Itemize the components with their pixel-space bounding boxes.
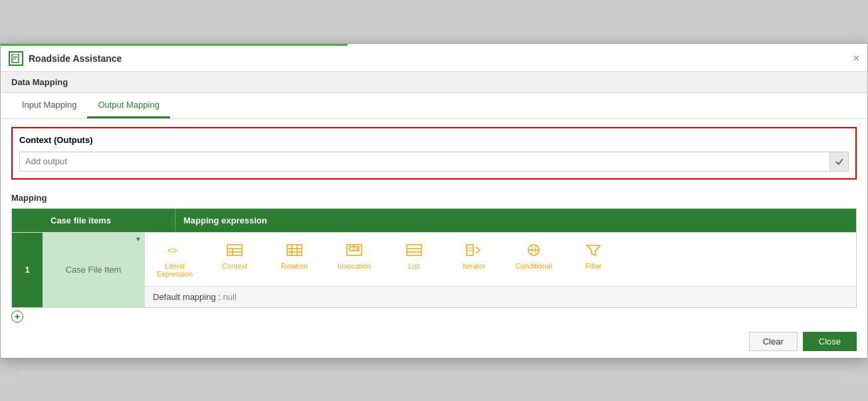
conditional-label: Conditional [515,262,552,270]
close-button[interactable]: Close [803,332,857,351]
mapping-header-expression: Mapping expression [175,209,856,232]
conditional-button[interactable]: Conditional [504,238,564,281]
svg-text:<>: <> [167,245,177,255]
list-button[interactable]: List [384,238,444,281]
invocation-button[interactable]: fx Invocation [324,238,384,281]
iterator-label: Iterator [463,262,486,270]
svg-rect-17 [407,245,421,255]
svg-rect-9 [287,245,302,255]
literal-expression-label: LiteralExpression [157,262,193,278]
section-header: Data Mapping [1,72,867,93]
svg-rect-20 [467,245,473,255]
filter-button[interactable]: Filter [564,238,623,281]
mapping-header-case-file: Case file items [43,209,175,232]
dialog-title: Roadside Assistance [29,53,122,64]
title-icon [9,51,23,66]
filter-icon [584,241,603,259]
row-name: Case File Item ▼ [43,233,145,307]
context-title: Context (Outputs) [19,135,849,145]
dropdown-arrow-icon[interactable]: ▼ [135,235,142,243]
titlebar: Roadside Assistance × [1,46,867,72]
row-expression-cell: <> LiteralExpression [145,233,856,307]
tabs-bar: Input Mapping Output Mapping [1,93,867,119]
add-row-bar: + [1,308,867,325]
close-icon[interactable]: × [853,53,859,65]
row-number: 1 [12,233,43,307]
add-output-row [19,152,849,172]
mapping-table: Case file items Mapping expression 1 Cas… [11,208,857,308]
invocation-icon: fx [345,241,364,259]
default-mapping-row: Default mapping : null [145,287,856,307]
mapping-section-title: Mapping [1,188,867,208]
add-output-input[interactable] [20,152,829,170]
conditional-icon [524,241,543,259]
context-label: Context [222,262,247,270]
add-output-check-button[interactable] [829,152,848,171]
relation-label: Relation [281,262,308,270]
iterator-button[interactable]: Iterator [444,238,504,281]
expression-icons-row: <> LiteralExpression [145,233,856,287]
add-row-button[interactable]: + [11,311,23,323]
literal-expression-button[interactable]: <> LiteralExpression [145,238,205,281]
invocation-label: Invocation [338,262,371,270]
doc-icon [11,54,21,63]
iterator-icon [465,241,483,259]
default-mapping-label: Default mapping : [153,292,221,302]
mapping-header-row: Case file items Mapping expression [12,209,856,232]
filter-label: Filter [586,262,601,270]
literal-expression-icon: <> [165,241,184,259]
tab-input-mapping[interactable]: Input Mapping [11,93,87,118]
default-mapping-value: null [223,292,237,302]
list-icon [405,241,423,259]
dialog: Roadside Assistance × Data Mapping Input… [0,43,868,358]
svg-rect-5 [227,245,242,255]
bottom-controls: Clear Close [1,325,867,358]
svg-marker-25 [587,245,600,255]
context-section: Context (Outputs) [11,127,857,180]
context-button[interactable]: Context [205,238,265,281]
title-left: Roadside Assistance [9,51,122,66]
list-label: List [408,262,419,270]
context-icon [225,241,244,259]
tab-output-mapping[interactable]: Output Mapping [87,93,170,118]
check-icon [835,157,844,166]
table-row: 1 Case File Item ▼ <> LiteralExpression [12,232,856,307]
relation-button[interactable]: Relation [265,238,324,281]
clear-button[interactable]: Clear [749,332,798,351]
relation-icon [285,241,304,259]
svg-text:fx: fx [352,243,360,253]
